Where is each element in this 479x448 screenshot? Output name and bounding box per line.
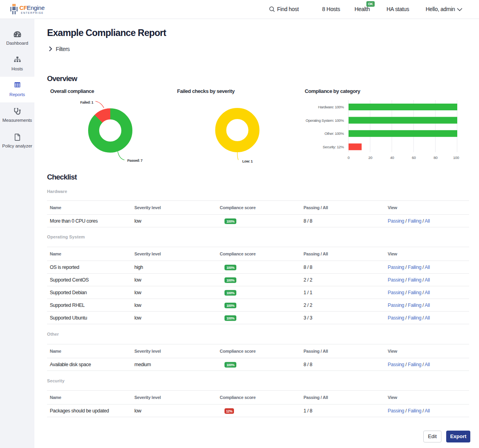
svg-text:Passed: 7: Passed: 7 [127,159,143,163]
svg-text:Failed: 1: Failed: 1 [80,100,93,104]
svg-text:100: 100 [453,155,459,160]
svg-text:ENTERPRISE: ENTERPRISE [21,11,44,14]
svg-text:Low: 1: Low: 1 [242,159,253,163]
svg-text:60: 60 [412,155,416,160]
svg-text:Security: 12%: Security: 12% [323,145,344,149]
svg-text:CF: CF [19,4,27,11]
svg-text:Other: 100%: Other: 100% [324,131,344,136]
svg-text:Operating System: 100%: Operating System: 100% [306,118,344,123]
svg-text:0: 0 [348,155,350,160]
svg-text:Engine: Engine [27,4,45,11]
svg-text:20: 20 [368,155,372,160]
svg-text:40: 40 [390,155,394,160]
svg-text:Hardware: 100%: Hardware: 100% [318,105,344,109]
svg-text:80: 80 [434,155,438,160]
